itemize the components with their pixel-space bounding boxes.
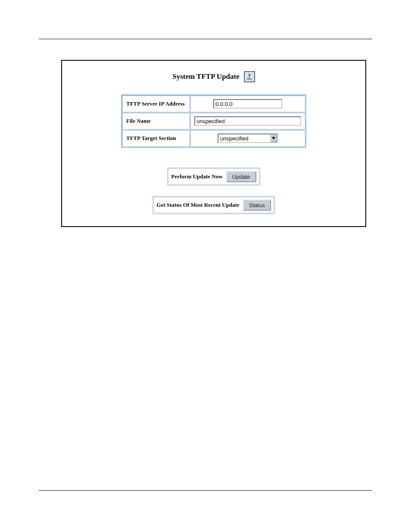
file-name-input[interactable] xyxy=(194,116,301,126)
perform-update-label: Perform Update Now xyxy=(171,173,222,180)
title-row: System TFTP Update ? Help xyxy=(66,71,361,82)
tftp-server-ip-input[interactable] xyxy=(213,99,282,109)
target-section-value: unspecified xyxy=(218,134,270,142)
tftp-update-panel: System TFTP Update ? Help TFTP Server IP… xyxy=(61,60,366,227)
chevron-down-icon xyxy=(270,134,277,142)
label-target-section: TFTP Target Section xyxy=(122,130,190,147)
row-target-section: TFTP Target Section unspecified xyxy=(122,130,305,147)
footer-divider xyxy=(39,490,372,491)
svg-marker-0 xyxy=(272,137,275,140)
target-section-select[interactable]: unspecified xyxy=(218,134,278,143)
get-status-box: Get Status Of Most Recent Update Status xyxy=(153,196,274,214)
page-title: System TFTP Update xyxy=(172,72,240,81)
label-server-ip: TFTP Server IP Address xyxy=(122,95,190,112)
header-divider xyxy=(39,39,372,39)
help-icon[interactable]: ? Help xyxy=(244,71,255,82)
label-file-name: File Name xyxy=(122,112,190,130)
get-status-label: Get Status Of Most Recent Update xyxy=(156,202,239,208)
actions-area: Perform Update Now Update Get Status Of … xyxy=(66,168,361,214)
tftp-form-table: TFTP Server IP Address File Name TFTP Ta… xyxy=(121,94,306,148)
update-button[interactable]: Update xyxy=(226,171,256,182)
row-file-name: File Name xyxy=(122,112,305,130)
status-button[interactable]: Status xyxy=(243,199,271,211)
row-server-ip: TFTP Server IP Address xyxy=(122,95,305,112)
perform-update-box: Perform Update Now Update xyxy=(167,168,260,186)
